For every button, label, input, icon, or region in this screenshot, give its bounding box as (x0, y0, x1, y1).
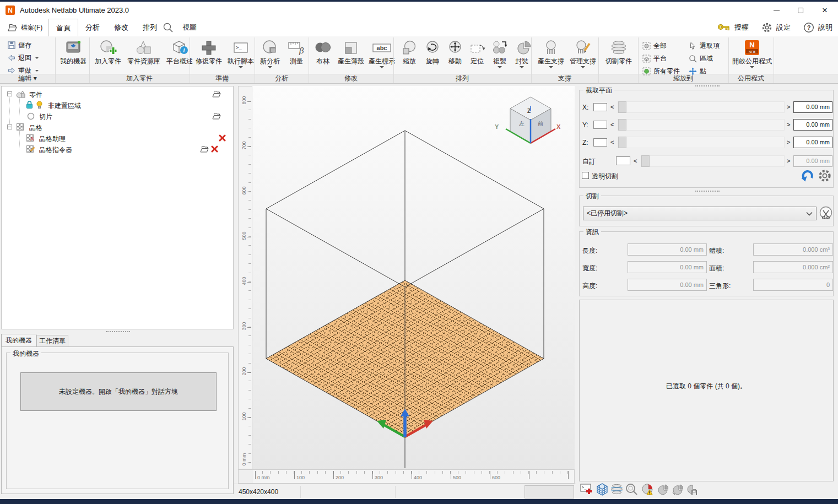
run-script-button[interactable]: >_ 執行腳本 (226, 37, 256, 73)
create-support-button[interactable]: 產生支撐 (534, 37, 567, 73)
clip-z-value[interactable]: 0.00 mm (793, 137, 832, 148)
nav-cube-face-left[interactable]: 左 (519, 120, 525, 128)
open-folder-icon[interactable] (212, 90, 221, 97)
clip-y-checkbox[interactable] (593, 121, 607, 129)
maximize-button[interactable] (788, 2, 813, 19)
add-part-button[interactable]: 加入零件 (91, 37, 125, 73)
lock-icon[interactable] (26, 101, 33, 109)
tab-home[interactable]: 首頁 (48, 19, 78, 36)
delete-x-icon[interactable] (219, 134, 226, 142)
search-icon[interactable] (163, 22, 174, 33)
clip-y-value[interactable]: 0.00 mm (793, 119, 832, 131)
zoom-region-button[interactable]: 區域 (689, 53, 713, 64)
clip-custom-checkbox[interactable] (616, 156, 630, 165)
open-utility-button[interactable]: NNFB 開啟公用程式 (731, 37, 774, 73)
open-folder-icon[interactable] (200, 145, 209, 153)
part-disk-icon[interactable] (684, 483, 698, 496)
duplicate-button[interactable]: 複製 (488, 37, 511, 73)
splitter-handle[interactable] (106, 331, 130, 332)
save-button[interactable]: 儲存 (8, 40, 31, 51)
clip-x-slider[interactable] (618, 101, 785, 113)
transparent-cut-label[interactable]: 透明切割 (592, 172, 618, 181)
clip-x-value[interactable]: 0.00 mm (793, 101, 832, 113)
bulb-icon[interactable] (36, 101, 43, 109)
create-label-button[interactable]: abc 產生標示 (368, 37, 396, 73)
help-button[interactable]: 說明 (818, 23, 832, 32)
tab-view[interactable]: 視圖 (175, 19, 204, 36)
clip-x-checkbox[interactable] (593, 103, 607, 111)
create-shell-button[interactable]: 產生薄殼 (335, 37, 367, 73)
collapse-icon[interactable] (7, 91, 12, 96)
tree-item-lattice[interactable]: 晶格 (2, 122, 233, 133)
clip-custom-slider-right[interactable]: > (787, 155, 790, 167)
rotate-button[interactable]: 旋轉 (421, 37, 444, 73)
close-button[interactable]: × (813, 2, 837, 19)
clip-custom-value: 0.00 mm (793, 155, 832, 167)
tab-my-machine[interactable]: 我的機器 (1, 334, 36, 347)
file-menu-button[interactable]: 檔案(F) (4, 20, 46, 35)
transparent-cut-checkbox[interactable] (582, 172, 589, 179)
view-settings-gear-icon[interactable] (818, 169, 832, 183)
tab-worklist[interactable]: 工作清單 (36, 335, 68, 347)
splitter-handle[interactable] (695, 85, 720, 86)
open-folder-icon[interactable] (212, 112, 221, 120)
clip-x-slider-left[interactable]: < (610, 101, 614, 113)
orient-button[interactable]: 定位 (466, 37, 488, 73)
new-analysis-button[interactable]: 新分析 (257, 37, 283, 73)
measure-button[interactable]: β 測量 (285, 37, 307, 73)
collapse-icon[interactable] (7, 124, 12, 129)
clip-custom-slider-left[interactable]: < (634, 155, 637, 167)
manage-support-button[interactable]: 管理支撐 (567, 37, 598, 73)
tree-item-lattice-assistant[interactable]: A 晶格助理 (2, 133, 233, 144)
platform-overview-button[interactable]: i 平台概述 (163, 37, 196, 73)
clip-y-slider-left[interactable]: < (610, 119, 614, 131)
tree-item-slices[interactable]: 切片 (2, 111, 233, 122)
my-machine-button[interactable]: 我的機器 (57, 37, 89, 73)
zoom-platform-button[interactable]: 平台 (642, 53, 667, 64)
clip-x-slider-right[interactable]: > (787, 101, 790, 113)
license-button[interactable]: 授權 (734, 23, 749, 32)
magnifier-icon[interactable] (625, 483, 639, 496)
delete-x-icon[interactable] (211, 145, 218, 153)
tree-item-lattice-commander[interactable]: 晶格指令器 (2, 144, 233, 155)
tree-item-no-build-zone[interactable]: 非建置區域 (2, 100, 233, 111)
boolean-button[interactable]: 布林 (311, 37, 335, 73)
repair-part-button[interactable]: 修復零件 (193, 37, 225, 73)
rotated-part-icon[interactable] (655, 483, 668, 496)
clip-z-slider[interactable] (618, 137, 785, 148)
splitter-handle[interactable] (695, 191, 720, 192)
clip-y-slider[interactable] (618, 119, 785, 131)
clip-z-slider-left[interactable]: < (610, 137, 614, 148)
viewport-3d[interactable]: 左 前 Z Y X (252, 86, 575, 469)
extruded-part-icon[interactable] (669, 483, 683, 496)
undo-button[interactable]: 退回 (8, 52, 39, 63)
part-library-button[interactable]: 零件資源庫 (126, 37, 162, 73)
area-value: 0.000 cm² (753, 261, 833, 273)
reset-view-undo-icon[interactable] (800, 169, 814, 183)
tab-analysis[interactable]: 分析 (78, 19, 107, 36)
clip-custom-slider[interactable] (641, 155, 785, 167)
nav-cube-face-front[interactable]: 前 (538, 120, 543, 128)
tab-modify[interactable]: 修改 (107, 19, 136, 36)
clip-z-checkbox[interactable] (593, 138, 607, 147)
slice-stack-icon[interactable] (610, 483, 624, 496)
console-add-icon[interactable]: >_ (580, 483, 594, 496)
cutting-dropdown[interactable]: <已停用切割> (583, 207, 817, 220)
tree-item-parts[interactable]: 零件 (2, 89, 233, 100)
cut-scissors-icon[interactable] (819, 205, 834, 221)
no-machine-button[interactable]: 未設定機器。開啟「我的機器」對話方塊 (20, 372, 217, 411)
zoom-selection-button[interactable]: 選取項 (689, 40, 720, 51)
part-warning-icon[interactable] (640, 483, 653, 496)
zoom-all-button[interactable]: 全部 (642, 40, 667, 51)
lattice-grid-icon[interactable] (595, 483, 609, 496)
cut-parts-button[interactable]: 切割零件 (602, 37, 636, 73)
minimize-button[interactable] (764, 2, 788, 19)
group-label-edit[interactable]: 編輯 ▾ (0, 74, 55, 83)
pack-button[interactable]: 封裝 (511, 37, 532, 73)
tab-arrange[interactable]: 排列 (136, 19, 164, 36)
clip-z-slider-right[interactable]: > (787, 137, 790, 148)
settings-button[interactable]: 設定 (776, 23, 791, 32)
move-button[interactable]: 移動 (444, 37, 466, 73)
clip-y-slider-right[interactable]: > (787, 119, 790, 131)
scale-button[interactable]: 縮放 (398, 37, 421, 73)
